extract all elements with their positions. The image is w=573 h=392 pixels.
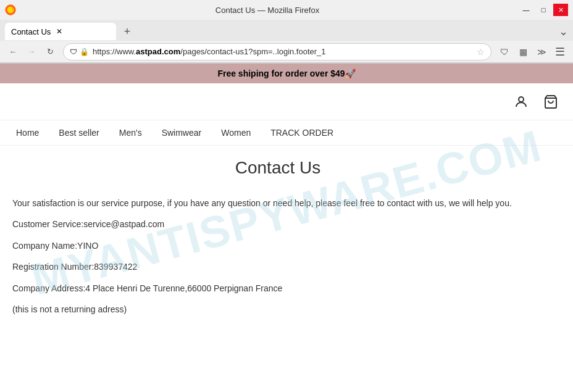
website-content: Free shiping for order over $49🚀 Home Be… xyxy=(0,64,573,392)
account-button[interactable] xyxy=(511,92,531,112)
customer-service: Customer Service:service@astpad.com xyxy=(12,217,543,231)
header-icons xyxy=(511,92,561,112)
new-tab-button[interactable]: + xyxy=(119,23,136,40)
svg-point-2 xyxy=(519,97,524,102)
customer-service-label: Customer Service: xyxy=(12,219,83,229)
return-note: (this is not a returning adress) xyxy=(12,302,543,316)
window-controls: — □ ✕ xyxy=(519,4,568,16)
site-nav: Home Best seller Men's Swimwear Women TR… xyxy=(0,120,573,146)
tab-label: Contact Us xyxy=(11,27,51,36)
registration-number: Registration Number:839937422 xyxy=(12,260,543,273)
tab-bar: Contact Us ✕ + ⌄ xyxy=(0,20,573,41)
address-value: 4 Place Henri De Turenne,66000 Perpignan… xyxy=(85,283,282,293)
nav-end-icons: 🛡 ▦ ≫ ☰ xyxy=(496,44,568,60)
close-button[interactable]: ✕ xyxy=(553,4,568,16)
promo-bar: Free shiping for order over $49🚀 xyxy=(0,64,573,83)
nav-item-mens[interactable]: Men's xyxy=(109,120,152,145)
menu-button[interactable]: ☰ xyxy=(552,44,568,60)
browser-chrome: Contact Us — Mozilla Firefox — □ ✕ Conta… xyxy=(0,0,573,64)
registration-value: 839937422 xyxy=(94,262,137,272)
refresh-button[interactable]: ↻ xyxy=(42,44,58,60)
privacy-icon: 🛡 xyxy=(70,48,77,56)
active-tab[interactable]: Contact Us ✕ xyxy=(5,23,116,40)
registration-label: Registration Number: xyxy=(12,262,94,272)
nav-bar: ← → ↻ 🛡 🔒 https://www.astpad.com/pages/c… xyxy=(0,41,573,63)
promo-text: Free shiping for order over $49🚀 xyxy=(217,69,355,78)
title-bar-title: Contact Us — Mozilla Firefox xyxy=(53,6,482,15)
company-name-label: Company Name: xyxy=(12,241,77,251)
svg-point-1 xyxy=(7,7,14,14)
tab-close-button[interactable]: ✕ xyxy=(54,27,64,36)
address-label: Company Address: xyxy=(12,283,85,293)
nav-item-best-seller[interactable]: Best seller xyxy=(49,120,109,145)
company-name: Company Name:YINO xyxy=(12,239,543,252)
title-bar-left xyxy=(5,4,16,15)
nav-item-swimwear[interactable]: Swimwear xyxy=(152,120,212,145)
forward-button[interactable]: → xyxy=(23,44,40,60)
back-button[interactable]: ← xyxy=(5,44,21,60)
company-name-value: YINO xyxy=(77,241,98,251)
maximize-button[interactable]: □ xyxy=(536,4,551,16)
extension-button[interactable]: ▦ xyxy=(515,44,531,60)
tab-list-button[interactable]: ⌄ xyxy=(559,25,568,38)
more-tools-button[interactable]: ≫ xyxy=(533,44,550,60)
bookmark-icon[interactable]: ☆ xyxy=(477,47,485,57)
cart-button[interactable] xyxy=(541,92,561,112)
url-security-icons: 🛡 🔒 xyxy=(70,48,89,56)
url-bar-container[interactable]: 🛡 🔒 https://www.astpad.com/pages/contact… xyxy=(63,43,491,60)
nav-item-women[interactable]: Women xyxy=(211,120,261,145)
contact-info: Your satisfaction is our service purpose… xyxy=(12,196,543,316)
site-header xyxy=(0,83,573,120)
profile-sync-button[interactable]: 🛡 xyxy=(496,44,512,60)
company-address: Company Address:4 Place Henri De Turenne… xyxy=(12,281,543,295)
main-content: Contact Us Your satisfaction is our serv… xyxy=(0,146,556,348)
tab-end: ⌄ xyxy=(559,25,568,38)
nav-item-home[interactable]: Home xyxy=(6,120,49,145)
lock-icon: 🔒 xyxy=(80,48,89,56)
minimize-button[interactable]: — xyxy=(519,4,533,16)
page-title: Contact Us xyxy=(12,158,543,178)
intro-text: Your satisfaction is our service purpose… xyxy=(12,196,543,210)
customer-service-value: service@astpad.com xyxy=(83,219,164,229)
title-bar: Contact Us — Mozilla Firefox — □ ✕ xyxy=(0,0,573,20)
url-text[interactable]: https://www.astpad.com/pages/contact-us1… xyxy=(93,47,473,56)
nav-item-track-order[interactable]: TRACK ORDER xyxy=(261,120,343,145)
firefox-icon xyxy=(5,4,16,15)
